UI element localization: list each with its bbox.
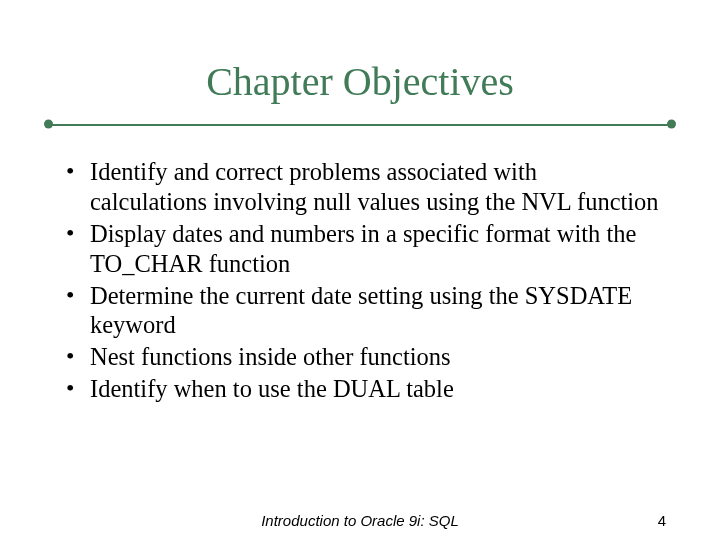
divider-line [48, 124, 672, 126]
list-item: Identify and correct problems associated… [60, 157, 660, 217]
list-item: Display dates and numbers in a specific … [60, 219, 660, 279]
list-item: Nest functions inside other functions [60, 342, 660, 372]
bullet-list: Identify and correct problems associated… [60, 157, 660, 404]
slide-title: Chapter Objectives [0, 0, 720, 105]
page-number: 4 [658, 512, 666, 529]
title-divider [48, 119, 672, 129]
list-item: Identify when to use the DUAL table [60, 374, 660, 404]
divider-dot-right [667, 120, 676, 129]
content-area: Identify and correct problems associated… [0, 129, 720, 404]
slide: Chapter Objectives Identify and correct … [0, 0, 720, 540]
footer-text: Introduction to Oracle 9i: SQL [261, 512, 459, 529]
list-item: Determine the current date setting using… [60, 281, 660, 341]
